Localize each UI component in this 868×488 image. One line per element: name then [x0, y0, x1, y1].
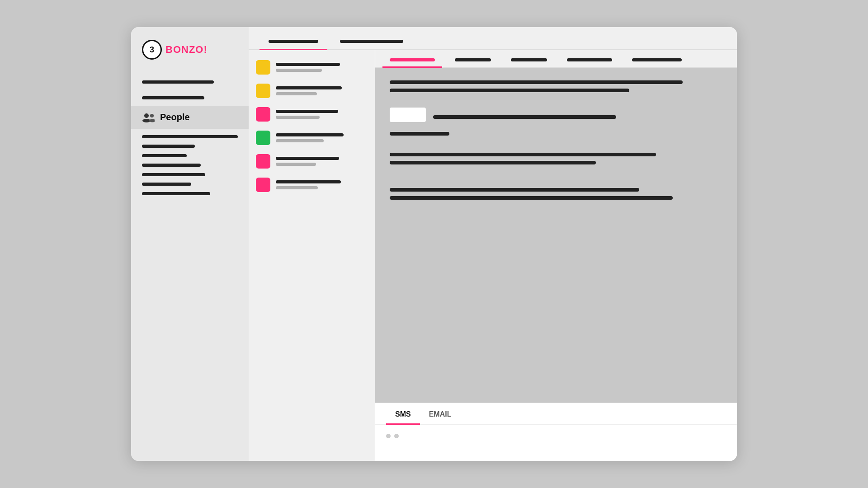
detail-tab-bar-2	[455, 58, 491, 61]
content-area: SMS EMAIL	[249, 50, 737, 461]
list-item-color-5	[256, 154, 270, 169]
list-item-text-4	[276, 133, 368, 142]
svg-point-3	[149, 119, 155, 122]
list-item-line2-6	[276, 186, 318, 189]
detail-line-7	[390, 188, 639, 192]
sidebar-logo: 3 BONZO!	[131, 27, 249, 70]
detail-input-box[interactable]	[390, 108, 426, 122]
nav-bar-7	[142, 173, 205, 176]
list-item-line2-2	[276, 92, 317, 95]
main-content: SMS EMAIL	[249, 27, 737, 461]
detail-tabs	[375, 50, 737, 68]
detail-section-2	[390, 153, 722, 169]
nav-bar-2	[142, 96, 204, 99]
sidebar-item-people[interactable]: People	[131, 106, 249, 129]
sidebar-nav: People	[131, 70, 249, 205]
top-tab-bar-2	[340, 40, 403, 43]
detail-body	[375, 68, 737, 403]
detail-tab-2[interactable]	[448, 50, 498, 67]
sidebar: 3 BONZO! People	[131, 27, 249, 461]
detail-tab-4[interactable]	[560, 50, 619, 67]
top-tabs	[249, 27, 737, 50]
logo-exclaim: !	[203, 44, 207, 55]
list-item-text-6	[276, 180, 368, 189]
sms-email-tabs: SMS EMAIL	[375, 403, 737, 425]
sms-bullet-2	[394, 434, 399, 438]
list-item-color-4	[256, 131, 270, 145]
list-item[interactable]	[252, 173, 371, 197]
list-item[interactable]	[252, 56, 371, 79]
top-tab-1[interactable]	[259, 27, 327, 49]
list-item-line1-3	[276, 110, 338, 113]
detail-tab-5[interactable]	[625, 50, 689, 67]
nav-bar-3	[142, 135, 238, 138]
sms-email-body	[375, 425, 737, 461]
list-item-color-6	[256, 178, 270, 192]
list-item-color-1	[256, 60, 270, 75]
detail-line-5	[390, 153, 656, 156]
sidebar-item-2[interactable]	[131, 90, 249, 106]
list-item-line2-3	[276, 116, 320, 119]
detail-section-3	[390, 188, 722, 204]
nav-bar-4	[142, 145, 195, 148]
people-label: People	[160, 112, 190, 122]
detail-line-2	[390, 89, 629, 92]
nav-bar-8	[142, 183, 191, 186]
detail-tab-bar-5	[632, 58, 682, 61]
detail-line-1	[390, 80, 683, 84]
right-detail: SMS EMAIL	[375, 50, 737, 461]
list-item-text-3	[276, 110, 368, 119]
logo-icon: 3	[142, 40, 162, 60]
nav-bar-5	[142, 154, 187, 157]
list-item-line1-5	[276, 157, 339, 160]
list-item-line2-5	[276, 163, 316, 166]
list-item[interactable]	[252, 79, 371, 103]
list-item-color-3	[256, 107, 270, 122]
svg-point-2	[150, 114, 154, 117]
top-tab-2[interactable]	[331, 27, 412, 49]
detail-tab-1[interactable]	[382, 50, 442, 67]
top-tab-bar-1	[269, 40, 318, 43]
detail-tab-bar-3	[511, 58, 547, 61]
detail-tab-bar-4	[567, 58, 612, 61]
list-item-text-5	[276, 157, 368, 166]
svg-point-0	[144, 113, 149, 118]
list-item-color-2	[256, 84, 270, 98]
sidebar-item-1[interactable]	[131, 74, 249, 90]
list-item-line1-6	[276, 180, 341, 183]
list-item-line1-1	[276, 63, 340, 66]
nav-bar-1	[142, 80, 214, 84]
sms-bullet-1	[386, 434, 391, 438]
logo-text: BONZO!	[165, 44, 208, 56]
list-item-line1-2	[276, 86, 342, 89]
list-item-text-2	[276, 86, 368, 95]
list-item-line2-4	[276, 139, 324, 142]
list-item[interactable]	[252, 150, 371, 173]
left-list	[249, 50, 375, 461]
detail-section-1	[390, 80, 722, 97]
list-item-line2-1	[276, 69, 322, 72]
nav-bar-9	[142, 192, 210, 195]
detail-line-4	[390, 132, 449, 136]
detail-line-8	[390, 196, 673, 200]
tab-sms[interactable]: SMS	[386, 403, 420, 424]
nav-bar-6	[142, 164, 201, 167]
detail-tab-3[interactable]	[504, 50, 554, 67]
list-item[interactable]	[252, 126, 371, 150]
app-window: 3 BONZO! People	[131, 27, 737, 461]
list-item-line1-4	[276, 133, 344, 136]
list-item-text-1	[276, 63, 368, 72]
detail-tab-bar-1	[390, 58, 435, 61]
detail-bottom: SMS EMAIL	[375, 403, 737, 461]
tab-email[interactable]: EMAIL	[420, 403, 461, 424]
detail-line-6	[390, 161, 596, 164]
detail-line-3	[433, 115, 616, 119]
list-item[interactable]	[252, 103, 371, 126]
people-icon	[142, 113, 155, 122]
